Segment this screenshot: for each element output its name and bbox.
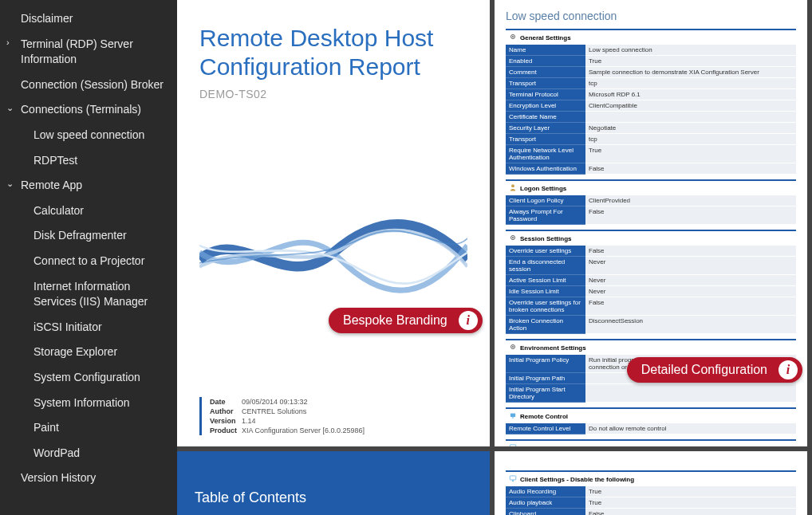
gear-icon (509, 234, 517, 243)
table-row: Audio playbackTrue (506, 497, 796, 509)
row-value: Never (585, 257, 796, 275)
table-row: Override user settingsFalse (506, 246, 796, 257)
callout-label: Detailed Configuration (641, 363, 767, 377)
row-value (585, 112, 796, 123)
sidebar-item-label: Version History (21, 470, 96, 486)
sidebar-item-label: System Configuration (34, 370, 140, 386)
row-value: False (585, 509, 796, 515)
meta-value: 1.14 (242, 417, 256, 425)
section-header: Session Settings (506, 230, 796, 246)
table-row: Active Session LimitNever (506, 275, 796, 286)
svg-rect-11 (510, 476, 516, 480)
detail-page-title: Low speed connection (506, 10, 796, 22)
row-key: Require Network Level Authentication (506, 145, 585, 163)
sidebar-item[interactable]: ›Terminal (RDP) Server Information (0, 32, 177, 73)
remote-icon (509, 411, 517, 421)
row-key: Encryption Level (506, 100, 585, 112)
row-key: Initial Program Path (506, 373, 585, 384)
row-key: Name (506, 45, 585, 56)
row-value: ClientCompatible (585, 100, 796, 112)
row-value: Microsoft RDP 6.1 (585, 89, 796, 100)
sidebar-item[interactable]: System Information (0, 391, 177, 416)
meta-key: Version (210, 417, 242, 425)
row-key: Enabled (506, 56, 585, 67)
toc-page: Table of Contents (177, 451, 490, 515)
row-key: Transport (506, 78, 585, 89)
row-value: Do not allow remote control (585, 423, 796, 434)
sidebar-item[interactable]: ⌄Remote App (0, 173, 177, 199)
sidebar-item[interactable]: iSCSI Initiator (0, 315, 177, 340)
table-row: End a disconnected sessionNever (506, 257, 796, 275)
svg-point-2 (511, 184, 514, 187)
report-title: Remote Desktop Host Configuration Report (199, 24, 467, 81)
sidebar-item[interactable]: Paint (0, 415, 177, 441)
table-row: Override user settings for broken connec… (506, 297, 796, 316)
table-row: Require Network Level AuthenticationTrue (506, 145, 796, 163)
row-value: False (585, 297, 796, 316)
row-value: Never (585, 275, 796, 286)
chevron-down-icon: ⌄ (6, 102, 14, 114)
section-header: Environment Settings (506, 339, 796, 355)
table-row: Transporttcp (506, 134, 796, 145)
row-value: False (585, 163, 796, 175)
sidebar-item-label: Connect to a Projector (34, 254, 144, 269)
sidebar-item[interactable]: WordPad (0, 441, 177, 466)
toc-title: Table of Contents (195, 489, 472, 506)
row-key: Security Layer (506, 123, 585, 134)
sidebar-item-label: System Information (34, 395, 130, 411)
chevron-down-icon: ⌄ (6, 178, 14, 190)
table-row: Idle Session LimitNever (506, 286, 796, 297)
sidebar-item-label: Paint (34, 420, 59, 436)
sidebar-item[interactable]: System Configuration (0, 365, 177, 391)
sidebar-item[interactable]: Connection (Session) Broker (0, 73, 177, 98)
sidebar-item[interactable]: Low speed connection (0, 123, 177, 148)
report-subtitle: DEMO-TS02 (199, 88, 467, 100)
sidebar-item[interactable]: Calculator (0, 199, 177, 224)
row-value: DisconnectSession (585, 316, 796, 334)
row-key: End a disconnected session (506, 257, 585, 275)
table-row: ClipboardFalse (506, 509, 796, 515)
section-name: Client Settings (520, 445, 565, 447)
svg-rect-7 (510, 414, 515, 417)
sidebar-item[interactable]: Version History (0, 466, 177, 491)
sidebar-item[interactable]: Storage Explorer (0, 340, 177, 365)
row-key: Windows Authentication (506, 163, 585, 175)
sidebar-item[interactable]: Internet Information Services (IIS) Mana… (0, 274, 177, 315)
row-key: Always Prompt For Password (506, 206, 585, 225)
row-key: Audio playback (506, 497, 585, 509)
svg-point-6 (512, 346, 514, 348)
row-value: True (585, 56, 796, 67)
row-value: True (585, 145, 796, 163)
row-value: tcp (585, 134, 796, 145)
meta-row: Version1.14 (210, 416, 467, 426)
bespoke-branding-callout: Bespoke Branding i (329, 308, 483, 333)
table-row: Transporttcp (506, 78, 796, 89)
section-header: Client Settings - Disable the following (506, 470, 796, 486)
section-header: Logon Settings (506, 179, 796, 195)
meta-value: CENTREL Solutions (242, 407, 306, 415)
svg-point-4 (512, 237, 514, 238)
row-key: Client Logon Policy (506, 195, 585, 206)
cover-metadata: Date09/05/2014 09:13:32AuthorCENTREL Sol… (199, 397, 467, 435)
meta-row: AuthorCENTREL Solutions (210, 407, 467, 416)
section-name: General Settings (520, 34, 571, 41)
sidebar-item-label: Disk Defragmenter (34, 228, 127, 244)
table-row: Certificate Name (506, 112, 796, 123)
row-value: Sample connection to demonstrate XIA Con… (585, 67, 796, 78)
sidebar-item-label: Connections (Terminals) (21, 102, 141, 118)
row-key: Override user settings (506, 246, 585, 257)
sidebar-item[interactable]: ⌄Connections (Terminals) (0, 97, 177, 123)
row-value: tcp (585, 78, 796, 89)
row-key: Remote Control Level (506, 423, 585, 434)
row-key: Initial Program Policy (506, 355, 585, 373)
sidebar-item[interactable]: RDPTest (0, 148, 177, 174)
row-value: True (585, 497, 796, 509)
row-value: False (585, 206, 796, 225)
sidebar-item[interactable]: Disk Defragmenter (0, 223, 177, 249)
svg-rect-8 (512, 418, 514, 419)
row-key: Active Session Limit (506, 275, 585, 286)
sidebar-item[interactable]: Disclaimer (0, 6, 177, 32)
sidebar-item-label: iSCSI Initiator (34, 320, 102, 336)
sidebar-item-label: Disclaimer (21, 11, 73, 27)
sidebar-item[interactable]: Connect to a Projector (0, 249, 177, 274)
